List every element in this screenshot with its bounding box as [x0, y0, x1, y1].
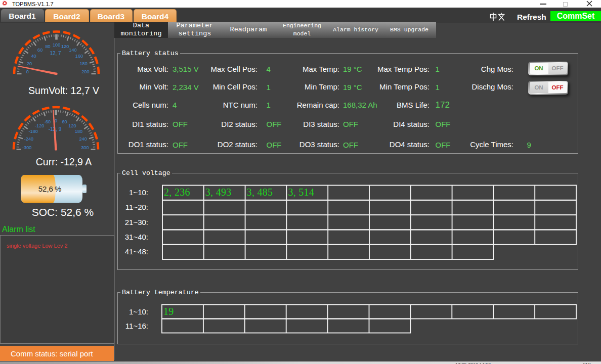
svg-text:0: 0 [55, 118, 57, 123]
svg-text:300: 300 [81, 145, 89, 150]
svg-text:200: 200 [81, 69, 89, 74]
svg-text:-60: -60 [44, 119, 51, 124]
svg-text:160: 160 [75, 54, 83, 59]
svg-text:140: 140 [69, 48, 76, 53]
svg-text:240: 240 [79, 136, 87, 142]
svg-text:80: 80 [45, 44, 50, 49]
svg-text:120: 120 [68, 123, 76, 128]
svg-text:180: 180 [79, 61, 87, 66]
svg-text:120: 120 [61, 44, 69, 49]
svg-text:60: 60 [37, 48, 42, 53]
svg-text:40: 40 [31, 54, 36, 59]
svg-text:180: 180 [75, 129, 82, 134]
svg-text:12, 7: 12, 7 [50, 51, 61, 56]
svg-text:-180: -180 [28, 129, 37, 134]
svg-text:0: 0 [26, 69, 29, 74]
svg-text:60: 60 [62, 119, 67, 124]
svg-text:-300: -300 [22, 145, 31, 150]
svg-text:-120: -120 [35, 123, 44, 128]
svg-text:-240: -240 [24, 136, 33, 142]
svg-text:100: 100 [53, 42, 60, 48]
svg-text:20: 20 [27, 61, 32, 66]
